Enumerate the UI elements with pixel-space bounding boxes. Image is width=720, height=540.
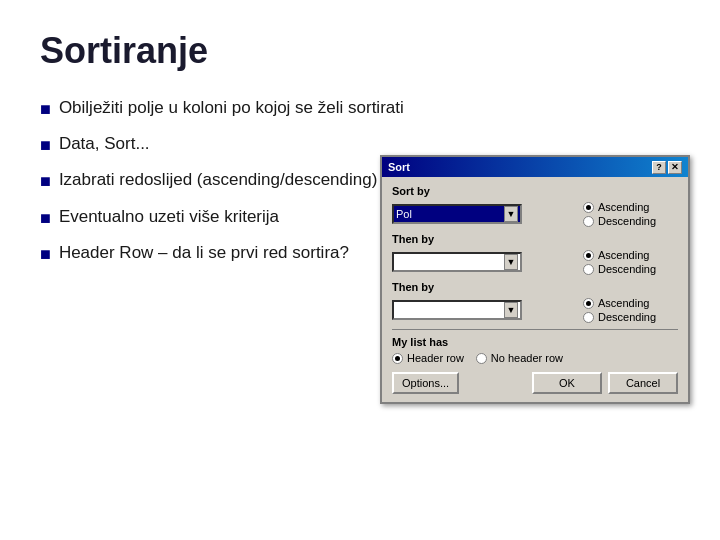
ascending-radio-2[interactable] <box>583 250 594 261</box>
help-button[interactable]: ? <box>652 161 666 174</box>
then-by-select-1[interactable]: ▼ <box>392 252 522 272</box>
then-by-ascending-radio-2[interactable]: Ascending <box>583 297 678 309</box>
then-by-select-wrap-2: ▼ <box>392 300 577 320</box>
bullet-icon-4: ■ <box>40 206 51 231</box>
bullet-text-1: Obilježiti polje u koloni po kojoj se že… <box>59 96 404 120</box>
close-button[interactable]: ✕ <box>668 161 682 174</box>
separator <box>392 329 678 330</box>
sort-by-select-wrap: Pol ▼ <box>392 204 577 224</box>
ascending-label-2: Ascending <box>598 249 649 261</box>
dialog-title: Sort <box>388 161 410 173</box>
then-by-radio-group-1: Ascending Descending <box>583 249 678 275</box>
then-by-ascending-radio-1[interactable]: Ascending <box>583 249 678 261</box>
then-by-select-wrap-1: ▼ <box>392 252 577 272</box>
ascending-label-1: Ascending <box>598 201 649 213</box>
then-by-label-2: Then by <box>392 281 678 293</box>
dialog-titlebar: Sort ? ✕ <box>382 157 688 177</box>
ascending-radio-1[interactable] <box>583 202 594 213</box>
bullet-icon-5: ■ <box>40 242 51 267</box>
then-by-descending-radio-2[interactable]: Descending <box>583 311 678 323</box>
then-by-dropdown-arrow-1[interactable]: ▼ <box>504 254 518 270</box>
slide: Sortiranje ■ Obilježiti polje u koloni p… <box>0 0 720 540</box>
descending-radio-1[interactable] <box>583 216 594 227</box>
bullet-text-4: Eventualno uzeti više kriterija <box>59 205 279 229</box>
then-by-dropdown-arrow-2[interactable]: ▼ <box>504 302 518 318</box>
bullet-icon-3: ■ <box>40 169 51 194</box>
bullet-text-5: Header Row – da li se prvi red sortira? <box>59 241 349 265</box>
sort-by-row: Pol ▼ Ascending Descending <box>392 201 678 227</box>
cancel-button[interactable]: Cancel <box>608 372 678 394</box>
options-button[interactable]: Options... <box>392 372 459 394</box>
bullet-icon-2: ■ <box>40 133 51 158</box>
then-by-row-2: ▼ Ascending Descending <box>392 297 678 323</box>
descending-radio-2[interactable] <box>583 264 594 275</box>
sort-by-select[interactable]: Pol ▼ <box>392 204 522 224</box>
ascending-radio-3[interactable] <box>583 298 594 309</box>
my-list-has-section: My list has Header row No header row <box>392 336 678 364</box>
descending-label-3: Descending <box>598 311 656 323</box>
sort-by-value: Pol <box>396 208 412 220</box>
sort-by-dropdown-arrow[interactable]: ▼ <box>504 206 518 222</box>
bullet-text-2: Data, Sort... <box>59 132 150 156</box>
no-header-row-circle[interactable] <box>476 353 487 364</box>
then-by-select-2[interactable]: ▼ <box>392 300 522 320</box>
descending-label-1: Descending <box>598 215 656 227</box>
ascending-label-3: Ascending <box>598 297 649 309</box>
header-row-circle[interactable] <box>392 353 403 364</box>
then-by-label-1: Then by <box>392 233 678 245</box>
no-header-row-radio[interactable]: No header row <box>476 352 563 364</box>
bullet-text-3: Izabrati redoslijed (ascending/descendin… <box>59 168 377 192</box>
sort-by-ascending-radio[interactable]: Ascending <box>583 201 678 213</box>
slide-title: Sortiranje <box>40 30 680 72</box>
footer-right-buttons: OK Cancel <box>532 372 678 394</box>
sort-dialog: Sort ? ✕ Sort by Pol ▼ Ascend <box>380 155 690 404</box>
bullet-icon-1: ■ <box>40 97 51 122</box>
no-header-row-label: No header row <box>491 352 563 364</box>
then-by-row-1: ▼ Ascending Descending <box>392 249 678 275</box>
then-by-radio-group-2: Ascending Descending <box>583 297 678 323</box>
my-list-row: Header row No header row <box>392 352 678 364</box>
descending-radio-3[interactable] <box>583 312 594 323</box>
sort-by-descending-radio[interactable]: Descending <box>583 215 678 227</box>
ok-button[interactable]: OK <box>532 372 602 394</box>
descending-label-2: Descending <box>598 263 656 275</box>
titlebar-buttons: ? ✕ <box>652 161 682 174</box>
sort-by-label: Sort by <box>392 185 678 197</box>
dialog-body: Sort by Pol ▼ Ascending Descending <box>382 177 688 402</box>
my-list-label: My list has <box>392 336 678 348</box>
bullet-item-1: ■ Obilježiti polje u koloni po kojoj se … <box>40 96 680 122</box>
dialog-footer: Options... OK Cancel <box>392 372 678 394</box>
header-row-radio[interactable]: Header row <box>392 352 464 364</box>
header-row-label: Header row <box>407 352 464 364</box>
sort-by-radio-group: Ascending Descending <box>583 201 678 227</box>
then-by-descending-radio-1[interactable]: Descending <box>583 263 678 275</box>
